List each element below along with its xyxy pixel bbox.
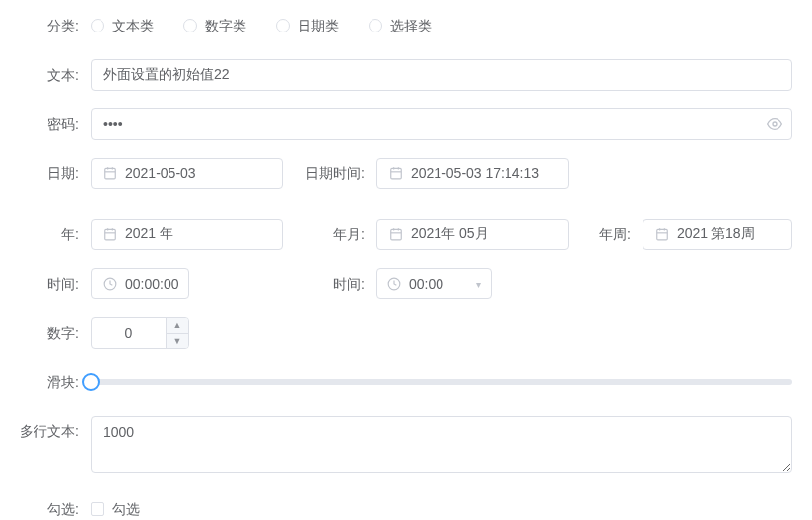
checkbox-item[interactable]: 勾选 — [91, 493, 140, 520]
calendar-icon — [389, 166, 403, 180]
time2-label: 时间: — [189, 268, 376, 299]
multiline-label: 多行文本: — [10, 416, 91, 447]
svg-rect-5 — [391, 168, 402, 179]
time1-label: 时间: — [10, 268, 91, 299]
svg-rect-9 — [105, 229, 116, 240]
number-label: 数字: — [10, 317, 91, 349]
category-radio-group: 文本类 数字类 日期类 选择类 — [91, 10, 792, 41]
text-label: 文本: — [10, 59, 91, 91]
clock-icon — [103, 277, 117, 291]
radio-number-type[interactable]: 数字类 — [183, 10, 246, 41]
date-label: 日期: — [10, 158, 91, 189]
svg-point-0 — [773, 122, 777, 126]
date-picker[interactable]: 2021-05-03 — [91, 158, 283, 189]
calendar-icon — [103, 228, 117, 241]
clock-icon — [387, 277, 401, 291]
number-decrease-button[interactable]: ▼ — [167, 334, 188, 349]
time-picker-1[interactable]: 00:00:00 — [91, 268, 189, 299]
number-stepper[interactable]: 0 ▲ ▼ — [91, 317, 189, 349]
number-increase-button[interactable]: ▲ — [167, 318, 188, 334]
radio-circle-icon — [91, 19, 104, 32]
radio-label: 日期类 — [298, 10, 339, 41]
datetime-label: 日期时间: — [283, 158, 376, 189]
radio-label: 选择类 — [390, 10, 432, 41]
radio-label: 文本类 — [112, 10, 154, 41]
slider-handle[interactable] — [82, 373, 100, 391]
checkbox-label: 勾选 — [112, 493, 140, 520]
slider-track[interactable] — [91, 379, 792, 385]
year-label: 年: — [10, 219, 91, 250]
time-picker-2[interactable]: 00:00 ▾ — [376, 268, 492, 299]
radio-circle-icon — [276, 19, 290, 32]
year-picker[interactable]: 2021 年 — [91, 219, 283, 250]
multiline-textarea[interactable]: 1000 — [91, 416, 792, 473]
radio-text-type[interactable]: 文本类 — [91, 10, 154, 41]
chevron-down-icon: ▾ — [476, 279, 481, 290]
slider-label: 滑块: — [10, 366, 91, 398]
calendar-icon — [389, 228, 403, 241]
svg-rect-13 — [391, 229, 402, 240]
yearweek-picker[interactable]: 2021 第18周 — [643, 219, 792, 250]
checkbox-box-icon — [91, 502, 104, 516]
yearweek-label: 年周: — [569, 219, 643, 250]
calendar-icon — [103, 166, 117, 180]
calendar-icon — [655, 228, 669, 241]
radio-circle-icon — [183, 19, 197, 32]
category-label: 分类: — [10, 10, 91, 41]
svg-rect-1 — [105, 168, 116, 179]
time2-value: 00:00 — [409, 276, 443, 292]
eye-icon[interactable] — [767, 116, 782, 132]
yearweek-value: 2021 第18周 — [677, 226, 755, 243]
yearmonth-label: 年月: — [283, 219, 376, 250]
text-input[interactable] — [91, 59, 792, 91]
datetime-picker[interactable]: 2021-05-03 17:14:13 — [376, 158, 569, 189]
password-label: 密码: — [10, 108, 91, 140]
radio-label: 数字类 — [205, 10, 246, 41]
time1-value: 00:00:00 — [125, 276, 179, 292]
radio-circle-icon — [369, 19, 382, 32]
password-input[interactable] — [91, 108, 792, 140]
checkbox-section-label: 勾选: — [10, 493, 91, 520]
yearmonth-value: 2021年 05月 — [411, 226, 489, 243]
year-value: 2021 年 — [125, 226, 173, 243]
datetime-value: 2021-05-03 17:14:13 — [411, 165, 539, 181]
svg-rect-17 — [657, 229, 668, 240]
radio-date-type[interactable]: 日期类 — [276, 10, 339, 41]
number-value[interactable]: 0 — [92, 318, 167, 348]
yearmonth-picker[interactable]: 2021年 05月 — [376, 219, 569, 250]
radio-select-type[interactable]: 选择类 — [369, 10, 432, 41]
date-value: 2021-05-03 — [125, 165, 196, 181]
